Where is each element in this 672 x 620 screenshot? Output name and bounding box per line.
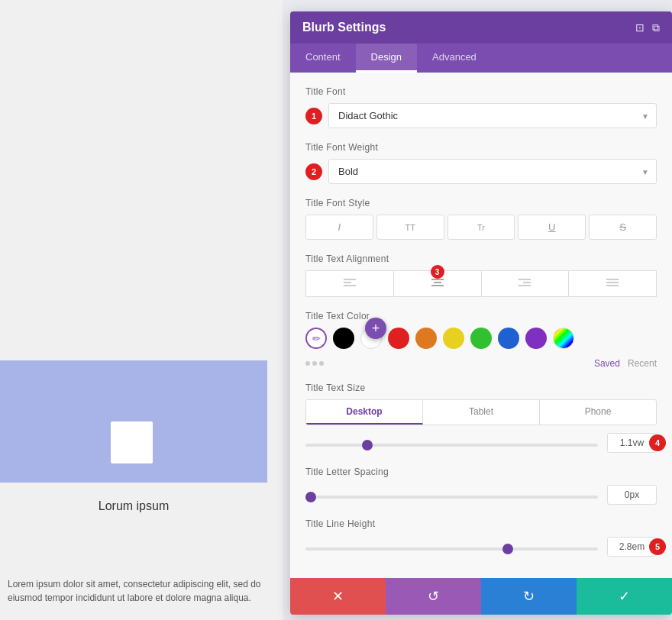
title-font-row: 1 Didact Gothic Arial Georgia ▼ (305, 103, 657, 128)
title-text-color-section: Title Text Color ✏ (305, 311, 657, 369)
color-purple[interactable] (525, 328, 547, 349)
settings-panel: Blurb Settings ⊡ ⧉ Content Design Advanc… (290, 11, 672, 615)
pencil-icon: ✏ (312, 333, 321, 344)
panel-header: Blurb Settings ⊡ ⧉ (290, 11, 672, 44)
panel-title: Blurb Settings (302, 21, 386, 34)
uppercase-button[interactable]: TT (376, 215, 444, 240)
title-font-dropdown-wrapper: Didact Gothic Arial Georgia ▼ (328, 103, 657, 128)
title-font-weight-row: 2 Bold Normal Light ▼ (305, 159, 657, 184)
title-letter-spacing-slider-wrapper (305, 488, 598, 502)
save-icon: ✓ (619, 588, 630, 605)
title-font-style-section: Title Font Style I TT Tr U S (305, 198, 657, 240)
title-text-color-label: Title Text Color (305, 311, 657, 321)
color-black[interactable] (333, 328, 354, 349)
recent-label[interactable]: Recent (628, 358, 657, 369)
title-font-weight-dropdown-wrapper: Bold Normal Light ▼ (328, 159, 657, 184)
step-badge-2: 2 (305, 163, 322, 180)
tab-design[interactable]: Design (356, 44, 417, 73)
color-gradient[interactable] (553, 328, 574, 349)
strikethrough-button[interactable]: S (589, 215, 657, 240)
title-text-size-value-wrapper: 4 (607, 433, 657, 453)
color-dot-2 (312, 361, 317, 366)
title-font-label: Title Font (305, 86, 657, 97)
preview-title: Lorum ipsum (0, 499, 267, 513)
title-font-weight-label: Title Font Weight (305, 142, 657, 153)
title-line-height-label: Title Line Height (305, 518, 657, 529)
title-font-dropdown[interactable]: Didact Gothic Arial Georgia (328, 103, 657, 128)
align-left-button[interactable] (305, 270, 393, 297)
cancel-icon: ✕ (332, 588, 344, 605)
title-line-height-slider[interactable] (305, 547, 598, 551)
alignment-buttons: 3 (305, 270, 657, 297)
title-letter-spacing-label: Title Letter Spacing (305, 467, 657, 477)
color-dot-3 (319, 361, 324, 366)
align-center-button[interactable]: 3 (393, 270, 481, 297)
font-style-buttons: I TT Tr U S (305, 215, 657, 240)
layout-icon[interactable]: ⧉ (652, 21, 660, 34)
title-letter-spacing-value-wrapper (607, 485, 657, 505)
device-tab-phone[interactable]: Phone (540, 400, 656, 425)
color-orange[interactable] (415, 328, 437, 349)
color-green[interactable] (470, 328, 492, 349)
title-text-size-slider-row: 4 (305, 433, 657, 453)
title-letter-spacing-slider-row (305, 485, 657, 505)
device-tab-tablet[interactable]: Tablet (423, 400, 540, 425)
title-letter-spacing-slider[interactable] (305, 496, 598, 499)
align-justify-button[interactable] (568, 270, 657, 297)
title-letter-spacing-input[interactable] (607, 485, 657, 505)
reset-button[interactable]: ↺ (386, 578, 481, 615)
color-blue[interactable] (498, 328, 519, 349)
color-dot-1 (305, 361, 310, 366)
align-right-button[interactable] (481, 270, 569, 297)
color-red[interactable] (388, 328, 409, 349)
title-text-alignment-label: Title Text Alignment (305, 253, 657, 264)
step-badge-4: 4 (649, 434, 666, 451)
saved-label[interactable]: Saved (594, 358, 620, 369)
step-badge-3: 3 (431, 265, 444, 279)
preview-text: Lorem ipsum dolor sit amet, consectetur … (8, 577, 267, 605)
title-text-size-slider[interactable] (305, 444, 598, 447)
title-font-weight-dropdown[interactable]: Bold Normal Light (328, 159, 657, 184)
title-text-size-slider-wrapper (305, 436, 598, 450)
preview-white-box (111, 421, 153, 463)
title-font-section: Title Font 1 Didact Gothic Arial Georgia… (305, 86, 657, 128)
plus-button[interactable]: + (365, 318, 386, 339)
header-icons: ⊡ ⧉ (635, 21, 660, 34)
title-font-style-label: Title Font Style (305, 198, 657, 208)
saved-recent-row: Saved Recent (594, 358, 657, 369)
color-picker-button[interactable]: ✏ (305, 328, 327, 349)
tab-advanced[interactable]: Advanced (417, 44, 492, 73)
title-line-height-section: Title Line Height 5 (305, 518, 657, 557)
color-dots (305, 361, 324, 366)
title-text-size-label: Title Text Size (305, 383, 657, 393)
title-line-height-slider-row: 5 (305, 537, 657, 557)
title-text-size-section: Title Text Size Desktop Tablet Phone 4 (305, 383, 657, 453)
underline-button[interactable]: U (518, 215, 586, 240)
step-badge-5: 5 (649, 538, 666, 555)
capitalize-button[interactable]: Tr (447, 215, 515, 240)
step-badge-1: 1 (305, 108, 322, 124)
device-tabs: Desktop Tablet Phone (305, 399, 657, 425)
redo-button[interactable]: ↻ (481, 578, 577, 615)
title-line-height-slider-wrapper (305, 540, 598, 554)
cancel-button[interactable]: ✕ (290, 578, 386, 615)
tab-content[interactable]: Content (290, 44, 356, 73)
italic-button[interactable]: I (305, 215, 373, 240)
panel-footer: ✕ ↺ ↻ ✓ (290, 578, 672, 615)
reset-icon: ↺ (428, 588, 439, 605)
color-yellow[interactable] (443, 328, 464, 349)
title-text-alignment-section: Title Text Alignment 3 (305, 253, 657, 297)
title-line-height-value-wrapper: 5 (607, 537, 657, 557)
redo-icon: ↻ (523, 588, 535, 605)
title-font-weight-section: Title Font Weight 2 Bold Normal Light ▼ (305, 142, 657, 184)
device-tab-desktop[interactable]: Desktop (306, 400, 423, 425)
panel-tabs: Content Design Advanced (290, 44, 672, 73)
save-button[interactable]: ✓ (577, 578, 672, 615)
title-letter-spacing-section: Title Letter Spacing (305, 467, 657, 505)
color-row: ✏ (305, 328, 657, 349)
panel-content: Title Font 1 Didact Gothic Arial Georgia… (290, 73, 672, 578)
preview-area: Lorum ipsum Lorem ipsum dolor sit amet, … (0, 0, 283, 620)
responsive-icon[interactable]: ⊡ (635, 21, 645, 34)
